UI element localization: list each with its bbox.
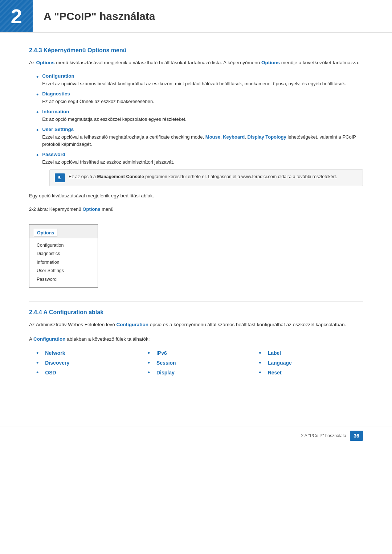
configuration-keyword-1: Configuration — [117, 322, 148, 327]
display-topology-keyword: Display Topology — [247, 134, 286, 140]
section-divider — [29, 301, 363, 302]
tab-bullet: • — [259, 350, 261, 356]
bullet-dot: • — [36, 74, 38, 80]
options-menu-header: Options — [34, 229, 57, 237]
keyboard-keyword: Keyboard — [223, 134, 245, 140]
bullet-dot: • — [36, 152, 38, 159]
user-settings-desc: Ezzel az opcióval a felhasználó meghatár… — [42, 134, 363, 148]
tab-item-network: • Network — [36, 349, 140, 356]
options-menu-figure: Options Configuration Diagnostics Inform… — [29, 224, 98, 288]
section-243: 2.4.3 Képernyőmenü Options menü Az Optio… — [29, 47, 363, 294]
options-menu-item-config: Configuration — [37, 241, 90, 250]
options-bullet-list: • Configuration Ezzel az opcióval számos… — [36, 73, 363, 166]
chapter-number-block: 2 — [0, 0, 33, 32]
tab-label-discovery: Discovery — [45, 360, 69, 366]
tab-label-display: Display — [156, 370, 175, 376]
section-244: 2.4.4 A Configuration ablak Az Adminiszt… — [29, 309, 363, 376]
options-menu-item-diag: Diagnostics — [37, 250, 90, 258]
management-console-keyword: Management Console — [97, 174, 144, 179]
tab-label-session: Session — [156, 360, 176, 366]
user-settings-title: User Settings — [42, 127, 363, 132]
bullet-dot: • — [36, 109, 38, 116]
tab-bullet: • — [36, 360, 38, 366]
list-item-password: • Password Ezzel az opcióval frissítheti… — [36, 152, 363, 166]
list-item-diagnostics: • Diagnostics Ez az opció segít Önnek az… — [36, 91, 363, 105]
tab-item-ipv6: • IPv6 — [148, 349, 252, 356]
intro-text-2: menü kiválasztásával megjelenik a válasz… — [55, 60, 262, 65]
list-item-user-settings: • User Settings Ezzel az opcióval a felh… — [36, 127, 363, 148]
tab-label-network: Network — [45, 350, 65, 356]
section-243-heading: 2.4.3 Képernyőmenü Options menü — [29, 47, 363, 54]
svg-rect-1 — [58, 176, 60, 178]
tab-label-osd: OSD — [45, 370, 56, 376]
chapter-header: 2 A "PCoIP" használata — [0, 0, 392, 33]
tab-item-session: • Session — [148, 359, 252, 366]
svg-rect-2 — [58, 178, 61, 178]
tab-item-label: • Label — [259, 349, 363, 356]
tab-bullet: • — [36, 369, 38, 376]
note-icon — [55, 173, 65, 182]
bullet-content-diagnostics: Diagnostics Ez az opció segít Önnek az e… — [42, 91, 363, 105]
tab-item-reset: • Reset — [259, 369, 363, 376]
configuration-keyword-2: Configuration — [33, 336, 65, 342]
figure-caption-243: 2-2 ábra: Képernyőmenü Options menü — [29, 206, 363, 212]
information-desc: Ez az opció megmutatja az eszközzel kapc… — [42, 116, 363, 123]
configuration-desc: Ezzel az opcióval számos beállítást konf… — [42, 80, 363, 87]
tab-label-language: Language — [268, 360, 292, 366]
tab-label-reset: Reset — [268, 370, 282, 376]
configuration-title: Configuration — [42, 73, 363, 79]
tab-bullet: • — [36, 350, 38, 356]
diagnostics-title: Diagnostics — [42, 91, 363, 97]
note-box: Ez az opció a Management Console program… — [49, 169, 363, 186]
bullet-dot: • — [36, 127, 38, 134]
diagnostics-desc: Ez az opció segít Önnek az eszköz hibake… — [42, 98, 363, 105]
bullet-content-configuration: Configuration Ezzel az opcióval számos b… — [42, 73, 363, 87]
tab-label-ipv6: IPv6 — [156, 350, 167, 356]
options-keyword-1: Options — [36, 60, 55, 65]
tab-item-osd: • OSD — [36, 369, 140, 376]
tab-label-label: Label — [268, 350, 281, 356]
chapter-title: A "PCoIP" használata — [33, 0, 155, 32]
options-menu-item-info: Information — [37, 258, 90, 267]
main-content: 2.4.3 Képernyőmenü Options menü Az Optio… — [0, 47, 392, 405]
chapter-number: 2 — [11, 4, 22, 28]
note-text: Ez az opció a Management Console program… — [69, 173, 337, 180]
tab-bullet: • — [148, 369, 150, 376]
section-244-intro2: A Configuration ablakban a következő fül… — [29, 335, 363, 343]
single-option-text: Egy opció kiválasztásával megjelenik egy… — [29, 192, 363, 200]
bullet-content-information: Information Ez az opció megmutatja az es… — [42, 109, 363, 123]
bullet-content-user-settings: User Settings Ezzel az opcióval a felhas… — [42, 127, 363, 148]
section-244-intro1: Az Adminisztratív Webes Felületen levő C… — [29, 321, 363, 329]
bullet-dot: • — [36, 91, 38, 98]
intro-text-3: menüje a következőket tartalmazza: — [280, 60, 359, 65]
page-footer: 2 A "PCoIP" használata 36 — [0, 427, 392, 444]
tabs-grid: • Network • IPv6 • Label • Discovery • S… — [36, 349, 363, 376]
tab-bullet: • — [148, 350, 150, 356]
section-244-heading: 2.4.4 A Configuration ablak — [29, 309, 363, 316]
section-243-intro: Az Options menü kiválasztásával megjelen… — [29, 59, 363, 67]
password-title: Password — [42, 152, 363, 157]
tab-bullet: • — [259, 360, 261, 366]
intro-text-1: Az — [29, 60, 36, 65]
tab-item-discovery: • Discovery — [36, 359, 140, 366]
bullet-content-password: Password Ezzel az opcióval frissítheti a… — [42, 152, 363, 166]
information-title: Information — [42, 109, 363, 114]
tab-bullet: • — [148, 360, 150, 366]
list-item-information: • Information Ez az opció megmutatja az … — [36, 109, 363, 123]
password-desc: Ezzel az opcióval frissítheti az eszköz … — [42, 159, 363, 166]
mouse-keyword: Mouse — [205, 134, 220, 140]
list-item-configuration: • Configuration Ezzel az opcióval számos… — [36, 73, 363, 87]
tab-item-language: • Language — [259, 359, 363, 366]
options-caption-keyword: Options — [82, 206, 100, 212]
tab-item-display: • Display — [148, 369, 252, 376]
options-menu-items: Configuration Diagnostics Information Us… — [29, 238, 98, 287]
footer-text: 2 A "PCoIP" használata — [301, 433, 346, 438]
tab-bullet: • — [259, 369, 261, 376]
note-container: Ez az opció a Management Console program… — [49, 169, 363, 186]
svg-rect-3 — [58, 179, 61, 179]
options-menu-item-password: Password — [37, 275, 90, 284]
options-menu-item-usersettings: User Settings — [37, 267, 90, 275]
options-keyword-2: Options — [261, 60, 280, 65]
footer-page-number: 36 — [350, 431, 363, 441]
